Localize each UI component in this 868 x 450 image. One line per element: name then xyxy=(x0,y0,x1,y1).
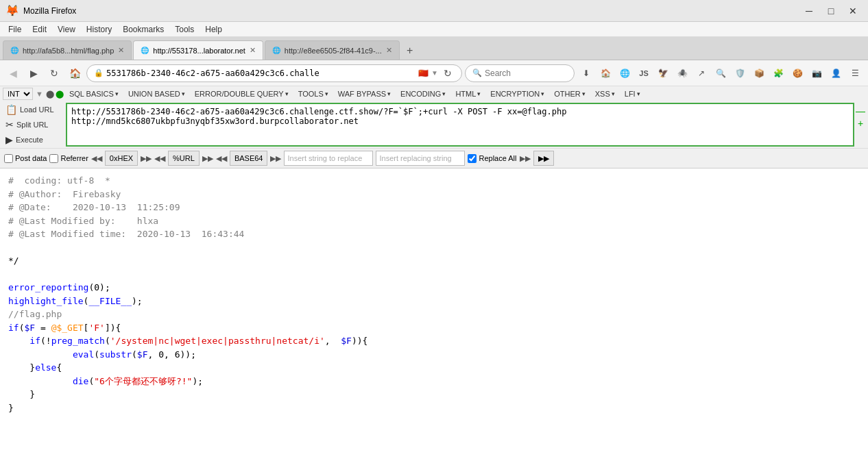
referrer-checkbox[interactable] xyxy=(49,154,58,163)
browser-icon: 🦊 xyxy=(5,4,19,17)
hackbar-html[interactable]: HTML▾ xyxy=(451,88,485,99)
load-url-button[interactable]: 📋 Load URL xyxy=(3,103,64,116)
code-line: }else{ xyxy=(8,361,860,375)
tab-3-favicon: 🌐 xyxy=(272,47,280,54)
hackbar-encryption[interactable]: ENCRYPTION▾ xyxy=(486,88,548,99)
tab-2-label: http://553178...laborator.net xyxy=(153,47,245,55)
back-button[interactable]: ◀ xyxy=(4,64,22,82)
hackbar-tools[interactable]: TOOLS▾ xyxy=(294,88,333,99)
menu-view[interactable]: View xyxy=(52,23,81,36)
address-bar[interactable]: 🔒 🇨🇳 ▼ ↻ xyxy=(86,64,462,82)
container-icon[interactable]: 📦 xyxy=(750,64,768,82)
camera-icon[interactable]: 📷 xyxy=(808,64,825,82)
globe-icon[interactable]: 🌐 xyxy=(616,64,634,82)
insert-string-input[interactable] xyxy=(284,151,373,166)
green-plus-icon[interactable]: + xyxy=(858,118,863,129)
search-input[interactable] xyxy=(485,68,588,78)
replace-all-checkbox[interactable] xyxy=(468,154,477,163)
menu-file[interactable]: File xyxy=(3,23,27,36)
tabbar: 🌐 http://afa5b8...html/flag.php ✕ 🌐 http… xyxy=(0,37,868,60)
code-line: # @Date: 2020-10-13 11:25:09 xyxy=(8,201,860,214)
cookie-icon[interactable]: 🍪 xyxy=(788,64,806,82)
replace-all-check[interactable]: Replace All xyxy=(468,154,516,163)
hackbar: INT ▼ ⬤ ⬤ SQL BASICS▾ UNION BASED▾ ERROR… xyxy=(0,86,868,168)
execute-button[interactable]: ▶ Execute xyxy=(3,133,64,147)
tab-3-close[interactable]: ✕ xyxy=(386,46,392,55)
shield-icon[interactable]: 🛡️ xyxy=(731,64,749,82)
tab-2[interactable]: 🌐 http://553178...laborator.net ✕ xyxy=(133,40,263,60)
user-icon[interactable]: 👤 xyxy=(827,64,845,82)
code-line: if(!preg_match('/system|nc|wget|exec|pas… xyxy=(8,334,860,348)
int-select[interactable]: INT xyxy=(3,88,33,100)
titlebar-title: Mozilla Firefox xyxy=(23,6,76,16)
menu-history[interactable]: History xyxy=(81,23,117,36)
new-tab-button[interactable]: + xyxy=(401,42,419,60)
menu-tools[interactable]: Tools xyxy=(169,23,200,36)
menu-edit[interactable]: Edit xyxy=(27,23,52,36)
load-url-icon: 📋 xyxy=(5,104,17,115)
tab-1-label: http://afa5b8...html/flag.php xyxy=(23,47,114,55)
addon-icon-2[interactable]: 🕷️ xyxy=(673,64,691,82)
code-line xyxy=(8,241,860,255)
code-line: if($F = @$_GET['F']){ xyxy=(8,321,860,335)
post-data-check[interactable]: Post data xyxy=(4,154,47,163)
search-icon: 🔍 xyxy=(472,68,482,77)
base64-button[interactable]: BASE64 xyxy=(230,151,268,166)
hackbar-xss[interactable]: XSS▾ xyxy=(591,88,619,99)
code-line: # coding: utf-8 * xyxy=(8,174,860,188)
tab-1-close[interactable]: ✕ xyxy=(118,46,124,55)
js-icon[interactable]: JS xyxy=(635,64,653,82)
hackbar-waf-bypass[interactable]: WAF BYPASS▾ xyxy=(334,88,395,99)
menu-help[interactable]: Help xyxy=(200,23,228,36)
post-data-checkbox[interactable] xyxy=(4,154,13,163)
split-url-button[interactable]: ✂ Split URL xyxy=(3,118,64,132)
hackbar-lfi[interactable]: LFI▾ xyxy=(620,88,644,99)
maximize-button[interactable]: □ xyxy=(821,4,841,18)
insert-replacing-input[interactable] xyxy=(376,151,465,166)
url-button[interactable]: %URL xyxy=(168,151,200,166)
address-dropdown-icon[interactable]: ▼ xyxy=(431,69,438,77)
search-bar[interactable]: 🔍 xyxy=(465,64,575,82)
home-nav-icon[interactable]: 🏠 xyxy=(596,64,614,82)
tab-1[interactable]: 🌐 http://afa5b8...html/flag.php ✕ xyxy=(3,40,132,60)
download-icon[interactable]: ⬇ xyxy=(577,64,595,82)
address-input[interactable] xyxy=(106,68,415,78)
close-button[interactable]: ✕ xyxy=(843,4,863,18)
tab-2-close[interactable]: ✕ xyxy=(250,46,256,55)
referrer-check[interactable]: Referrer xyxy=(49,154,88,163)
home-button[interactable]: 🏠 xyxy=(66,64,84,82)
hex-button[interactable]: 0xHEX xyxy=(105,151,138,166)
hackbar-error-double[interactable]: ERROR/DOUBLE QUERY▾ xyxy=(191,88,293,99)
hackbar-other[interactable]: OTHER▾ xyxy=(550,88,590,99)
replace-action-button[interactable]: ▶▶ xyxy=(533,151,554,166)
hackbar-encoding[interactable]: ENCODING▾ xyxy=(396,88,450,99)
addon-icon-1[interactable]: 🦅 xyxy=(654,64,672,82)
tab-2-favicon: 🌐 xyxy=(141,47,149,54)
minimize-button[interactable]: ─ xyxy=(799,4,819,18)
code-content: # coding: utf-8 * # @Author: Firebasky #… xyxy=(0,168,868,450)
code-line: } xyxy=(8,388,860,401)
hackbar-db-icon: ⬤ xyxy=(46,90,54,99)
hackbar-side-icons: — + xyxy=(856,103,865,147)
reload-button[interactable]: ↻ xyxy=(441,66,455,80)
green-minus-icon[interactable]: — xyxy=(856,105,865,116)
tab-3[interactable]: 🌐 http://e8ee6505-2f84-41c9-... ✕ xyxy=(265,40,400,60)
puzzle-icon[interactable]: 🧩 xyxy=(769,64,787,82)
zoom-icon[interactable]: 🔍 xyxy=(712,64,730,82)
hackbar-url-input[interactable]: http://5531786b-2340-46c2-a675-aa60a429c… xyxy=(66,103,854,147)
code-line xyxy=(8,268,860,282)
hackbar-union-based[interactable]: UNION BASED▾ xyxy=(124,88,189,99)
menu-icon[interactable]: ☰ xyxy=(846,64,864,82)
code-line: # @Author: Firebasky xyxy=(8,188,860,201)
forward-button[interactable]: ▶ xyxy=(25,64,43,82)
menu-bookmarks[interactable]: Bookmarks xyxy=(117,23,169,36)
refresh-button[interactable]: ↻ xyxy=(45,64,63,82)
china-flag-icon: 🇨🇳 xyxy=(418,68,429,78)
share-icon[interactable]: ↗ xyxy=(692,64,710,82)
code-line: eval(substr($F, 0, 6)); xyxy=(8,348,860,362)
code-line: } xyxy=(8,401,860,415)
code-line: # @Last Modified by: hlxa xyxy=(8,214,860,228)
code-line: error_reporting(0); xyxy=(8,281,860,295)
hackbar-sql-basics[interactable]: SQL BASICS▾ xyxy=(65,88,123,99)
menubar: File Edit View History Bookmarks Tools H… xyxy=(0,22,868,37)
